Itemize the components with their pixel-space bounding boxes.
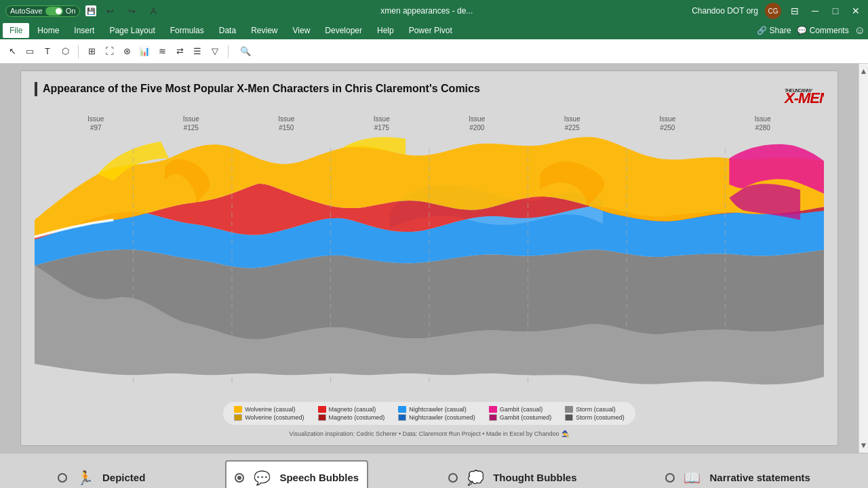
- legend-gambit: Gambit (casual) Gambit (costumed): [489, 406, 552, 421]
- radio-narrative[interactable]: [665, 473, 675, 483]
- annotation-depicted[interactable]: 🏃 Depicted: [50, 462, 153, 489]
- annotation-speech-bubbles[interactable]: 💬 Speech Bubbles: [225, 460, 368, 489]
- annotation-narrative[interactable]: 📖 Narrative statements: [657, 462, 818, 489]
- taskbar-icon[interactable]: ⊟: [788, 4, 802, 18]
- issue-label-200: Issue#200: [469, 115, 485, 132]
- tab-view[interactable]: View: [286, 23, 317, 38]
- radio-speech-bubbles[interactable]: [235, 473, 244, 483]
- legend-gambit-costumed-label: Gambit (costumed): [500, 414, 552, 421]
- autosave-state: On: [66, 7, 76, 15]
- toolbar-group-view: ⊞ ⛶ ⊛ 📊 ≋ ⇄ ☰ ▽: [83, 43, 223, 60]
- minimize-button[interactable]: ─: [808, 4, 822, 18]
- cursor-icon[interactable]: ↖: [4, 43, 20, 60]
- autosave-label: AutoSave: [10, 7, 43, 15]
- formula-bar: 🔍: [237, 43, 860, 60]
- comments-button[interactable]: 💬 Comments: [797, 26, 849, 35]
- legend-magneto: Magneto (casual) Magneto (costumed): [318, 406, 385, 421]
- funnel-icon[interactable]: ▽: [207, 43, 223, 60]
- save-icon[interactable]: 💾: [85, 5, 96, 16]
- chart-legend: Wolverine (casual) Wolverine (costumed) …: [223, 402, 635, 425]
- pivot-icon[interactable]: ⊛: [119, 43, 135, 60]
- restore-button[interactable]: □: [829, 4, 842, 18]
- right-scrollbar[interactable]: ▲ ▼: [859, 64, 868, 453]
- legend-gambit-casual-color: [489, 406, 497, 413]
- legend-wolverine-costumed-color: [234, 414, 242, 421]
- tab-power-pivot[interactable]: Power Pivot: [402, 23, 459, 38]
- issue-label-97: Issue#97: [87, 115, 104, 132]
- legend-storm-costumed-label: Storm (costumed): [576, 414, 625, 421]
- rectangle-icon[interactable]: ▭: [22, 43, 38, 60]
- scroll-up-icon[interactable]: ▲: [860, 66, 868, 76]
- sheet-content: Appearance of the Five Most Popular X-Me…: [0, 64, 859, 453]
- search-icon[interactable]: 🔍: [237, 43, 254, 60]
- data-icon[interactable]: ≋: [154, 43, 170, 60]
- toolbar: ↖ ▭ T ⬡ ⊞ ⛶ ⊛ 📊 ≋ ⇄ ☰ ▽ 🔍: [0, 39, 868, 64]
- radio-thought-bubbles[interactable]: [448, 473, 458, 483]
- svg-text:THE UNCANNY: THE UNCANNY: [785, 88, 813, 93]
- narrative-icon: 📖: [680, 466, 705, 489]
- user-avatar[interactable]: CG: [765, 3, 781, 19]
- legend-gambit-costumed-color: [489, 414, 497, 421]
- stream-chart-svg: [35, 135, 824, 396]
- legend-nightcrawler-casual-label: Nightcrawler (casual): [409, 406, 467, 413]
- window-title: xmen appearances - de...: [380, 6, 473, 16]
- toolbar-separator-1: [78, 45, 79, 58]
- link-icon[interactable]: ⇄: [172, 43, 188, 60]
- chart-title-row: Appearance of the Five Most Popular X-Me…: [35, 82, 824, 109]
- scroll-down-icon[interactable]: ▼: [860, 441, 868, 450]
- textbox-icon[interactable]: T: [39, 43, 56, 60]
- fullscreen-icon[interactable]: ⛶: [101, 43, 117, 60]
- chart-title: Appearance of the Five Most Popular X-Me…: [35, 82, 480, 96]
- autosave-badge[interactable]: AutoSave On: [5, 5, 80, 17]
- filter-icon[interactable]: ☰: [189, 43, 205, 60]
- annotation-thought-bubbles[interactable]: 💭 Thought Bubbles: [440, 462, 585, 489]
- issue-label-125: Issue#125: [183, 115, 199, 132]
- radio-depicted[interactable]: [58, 473, 67, 483]
- tab-data[interactable]: Data: [212, 23, 243, 38]
- shapes-icon[interactable]: ⬡: [57, 43, 73, 60]
- thought-bubbles-icon: 💭: [463, 466, 488, 489]
- tab-developer[interactable]: Developer: [318, 23, 369, 38]
- toolbar-separator-2: [228, 45, 229, 58]
- legend-storm-casual-color: [565, 406, 573, 413]
- smiley-icon[interactable]: ☺: [854, 24, 865, 37]
- legend-wolverine-casual-label: Wolverine (casual): [245, 406, 295, 413]
- issue-label-175: Issue#175: [374, 115, 390, 132]
- undo-icon[interactable]: ↩: [102, 3, 118, 19]
- tab-page-layout[interactable]: Page Layout: [102, 23, 161, 38]
- legend-nightcrawler-costumed-color: [398, 414, 406, 421]
- legend-magneto-casual-color: [318, 406, 326, 413]
- legend-magneto-costumed-label: Magneto (costumed): [329, 414, 385, 421]
- legend-magneto-casual-label: Magneto (casual): [329, 406, 376, 413]
- footer-text: Visualization inspiration: Cedric Schere…: [290, 430, 559, 437]
- tab-help[interactable]: Help: [370, 23, 401, 38]
- autosave-toggle[interactable]: [45, 7, 63, 16]
- title-bar-right: Chandoo DOT org CG ⊟ ─ □ ✕: [692, 3, 863, 19]
- speech-bubbles-icon: 💬: [250, 466, 274, 489]
- main-area: Appearance of the Five Most Popular X-Me…: [0, 64, 868, 453]
- legend-gambit-casual-label: Gambit (casual): [500, 406, 543, 413]
- legend-nightcrawler: Nightcrawler (casual) Nightcrawler (cost…: [398, 406, 475, 421]
- tab-file[interactable]: File: [3, 23, 29, 38]
- tab-home[interactable]: Home: [31, 23, 66, 38]
- tab-review[interactable]: Review: [244, 23, 284, 38]
- chart-inner: Appearance of the Five Most Popular X-Me…: [21, 71, 837, 445]
- issue-label-150: Issue#150: [278, 115, 294, 132]
- font-icon[interactable]: A: [145, 3, 161, 19]
- chart-icon[interactable]: 📊: [136, 43, 153, 60]
- legend-storm-casual-label: Storm (casual): [576, 406, 616, 413]
- grid-icon[interactable]: ⊞: [83, 43, 100, 60]
- tab-formulas[interactable]: Formulas: [163, 23, 211, 38]
- legend-magneto-costumed-color: [318, 414, 326, 421]
- close-button[interactable]: ✕: [849, 4, 863, 18]
- tab-insert[interactable]: Insert: [67, 23, 101, 38]
- chart-container[interactable]: Appearance of the Five Most Popular X-Me…: [20, 70, 838, 446]
- annotation-bar: 🏃 Depicted 💬 Speech Bubbles 💭 Thought Bu…: [0, 453, 868, 488]
- chart-visualization: [35, 135, 824, 396]
- redo-icon[interactable]: ↪: [123, 3, 140, 19]
- share-button[interactable]: 🔗 Share: [757, 26, 791, 35]
- legend-nightcrawler-casual-color: [398, 406, 406, 413]
- annotation-depicted-label: Depicted: [102, 472, 145, 483]
- issue-labels: Issue#97 Issue#125 Issue#150 Issue#175 I…: [35, 115, 824, 132]
- chandoo-icon: 🧙: [561, 430, 569, 437]
